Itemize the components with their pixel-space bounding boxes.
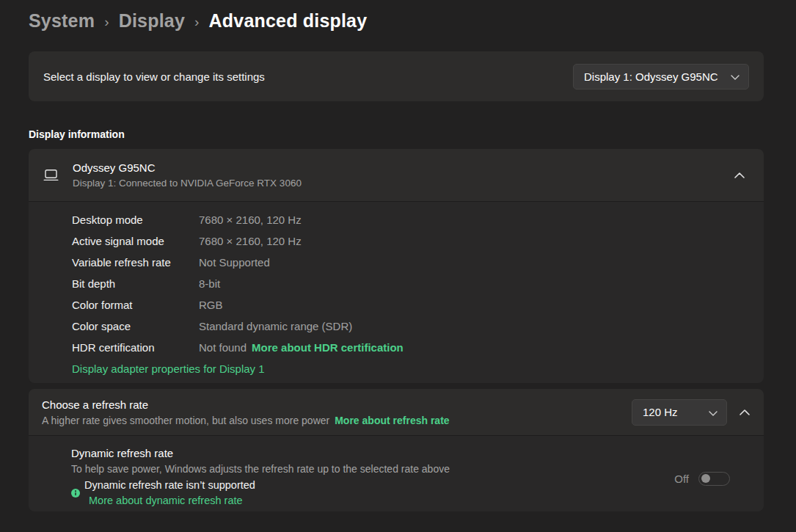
- info-icon: [71, 489, 80, 498]
- info-label: Color space: [72, 320, 199, 332]
- device-title-block: Odyssey G95NC Display 1: Connected to NV…: [73, 161, 302, 190]
- display-selector-label: Select a display to view or change its s…: [43, 70, 265, 83]
- info-value: Not found: [199, 341, 247, 354]
- chevron-up-icon[interactable]: [740, 409, 750, 415]
- toggle-knob: [701, 474, 710, 483]
- info-row-desktop-mode: Desktop mode 7680 × 2160, 120 Hz: [72, 209, 749, 230]
- dynamic-refresh-rate-status: Dynamic refresh rate isn’t supported: [84, 478, 255, 493]
- refresh-rate-value: 120 Hz: [643, 406, 678, 418]
- refresh-rate-card: Choose a refresh rate A higher rate give…: [29, 389, 764, 511]
- display-information-body: Desktop mode 7680 × 2160, 120 Hz Active …: [29, 201, 764, 383]
- display-selector-value: Display 1: Odyssey G95NC: [584, 70, 718, 83]
- display-selector-card: Select a display to view or change its s…: [29, 51, 764, 101]
- device-name: Odyssey G95NC: [73, 161, 302, 175]
- info-value: 8-bit: [199, 277, 220, 290]
- refresh-rate-description-text: A higher rate gives smoother motion, but…: [42, 415, 329, 426]
- info-label: HDR certification: [72, 341, 199, 354]
- info-value: Not Supported: [199, 256, 270, 269]
- refresh-rate-dropdown[interactable]: 120 Hz: [632, 399, 727, 426]
- display-selector-dropdown[interactable]: Display 1: Odyssey G95NC: [573, 64, 749, 90]
- refresh-rate-title-block: Choose a refresh rate A higher rate give…: [42, 398, 450, 427]
- info-value: 7680 × 2160, 120 Hz: [199, 214, 302, 226]
- chevron-up-icon[interactable]: [734, 172, 745, 178]
- display-adapter-properties-link[interactable]: Display adapter properties for Display 1: [72, 358, 749, 379]
- dynamic-refresh-rate-toggle-area: Off: [674, 472, 730, 486]
- more-about-refresh-rate-link[interactable]: More about refresh rate: [335, 415, 449, 426]
- info-row-variable-refresh-rate: Variable refresh rate Not Supported: [72, 252, 749, 273]
- chevron-down-icon: [731, 70, 740, 83]
- monitor-icon: [43, 168, 59, 182]
- refresh-rate-description: A higher rate gives smoother motion, but…: [42, 414, 450, 427]
- more-about-dynamic-refresh-rate-link[interactable]: More about dynamic refresh rate: [84, 493, 255, 509]
- hdr-certification-link[interactable]: More about HDR certification: [252, 341, 404, 354]
- breadcrumb: System › Display › Advanced display: [29, 10, 367, 32]
- device-connection: Display 1: Connected to NVIDIA GeForce R…: [73, 177, 302, 190]
- breadcrumb-display[interactable]: Display: [119, 10, 185, 32]
- dynamic-refresh-rate-title: Dynamic refresh rate: [71, 446, 750, 461]
- info-label: Desktop mode: [72, 214, 199, 226]
- dynamic-refresh-rate-section: Dynamic refresh rate To help save power,…: [29, 435, 764, 511]
- info-value: 7680 × 2160, 120 Hz: [199, 235, 302, 247]
- info-value: RGB: [199, 299, 223, 311]
- dynamic-refresh-rate-status-row: Dynamic refresh rate isn’t supported Mor…: [71, 478, 750, 509]
- breadcrumb-separator-icon: ›: [104, 12, 109, 30]
- page-title: Advanced display: [209, 10, 368, 32]
- info-row-bit-depth: Bit depth 8-bit: [72, 273, 749, 294]
- display-information-card: Odyssey G95NC Display 1: Connected to NV…: [29, 149, 764, 383]
- refresh-rate-title: Choose a refresh rate: [42, 398, 450, 412]
- info-label: Color format: [72, 299, 199, 311]
- breadcrumb-system[interactable]: System: [29, 10, 95, 32]
- dynamic-refresh-rate-description: To help save power, Windows adjusts the …: [71, 462, 750, 476]
- display-information-header[interactable]: Odyssey G95NC Display 1: Connected to NV…: [29, 149, 764, 201]
- refresh-rate-header[interactable]: Choose a refresh rate A higher rate give…: [29, 389, 764, 435]
- info-value: Standard dynamic range (SDR): [199, 320, 352, 332]
- info-label: Active signal mode: [72, 235, 199, 247]
- dynamic-refresh-rate-toggle[interactable]: [698, 472, 730, 486]
- dynamic-refresh-rate-status-block: Dynamic refresh rate isn’t supported Mor…: [84, 478, 255, 509]
- info-label: Variable refresh rate: [72, 256, 199, 269]
- breadcrumb-separator-icon: ›: [194, 12, 200, 30]
- info-row-color-space: Color space Standard dynamic range (SDR): [72, 316, 749, 337]
- info-row-color-format: Color format RGB: [72, 294, 749, 316]
- display-information-heading: Display information: [29, 128, 125, 140]
- advanced-display-settings-page: System › Display › Advanced display Sele…: [0, 0, 796, 532]
- info-row-hdr-certification: HDR certification Not found More about H…: [72, 337, 749, 358]
- toggle-state-label: Off: [674, 473, 689, 485]
- info-row-active-signal-mode: Active signal mode 7680 × 2160, 120 Hz: [72, 230, 749, 252]
- chevron-down-icon: [709, 406, 718, 419]
- info-label: Bit depth: [72, 277, 199, 290]
